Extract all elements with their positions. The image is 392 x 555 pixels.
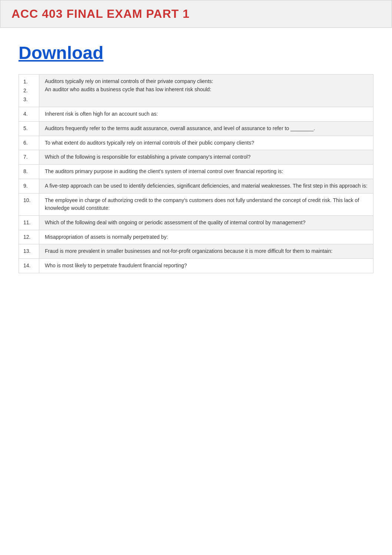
table-row: 6. To what extent do auditors typically … (19, 136, 373, 150)
table-row: 11. Which of the following deal with ong… (19, 215, 373, 230)
question-text: The employee in charge of authorizing cr… (39, 193, 373, 215)
question-text: Fraud is more prevalent in smaller busin… (39, 244, 373, 259)
question-number: 11. (19, 215, 39, 230)
question-number: 13. (19, 244, 39, 259)
question-number: 5. (19, 122, 39, 136)
table-row: 12. Misappropriation of assets is normal… (19, 230, 373, 244)
question-number: 10. (19, 193, 39, 215)
question-text: Auditors typically rely on internal cont… (39, 75, 373, 107)
table-row: 7. Which of the following is responsible… (19, 150, 373, 165)
download-link[interactable]: Download (19, 43, 103, 63)
question-text: Inherent risk is often high for an accou… (39, 107, 373, 122)
question-number: 8. (19, 165, 39, 179)
question-text: Which of the following deal with ongoing… (39, 215, 373, 230)
question-text: Who is most likely to perpetrate fraudul… (39, 258, 373, 273)
page-title: ACC 403 FINAL EXAM PART 1 (11, 7, 381, 21)
title-bar: ACC 403 FINAL EXAM PART 1 (0, 0, 392, 28)
questions-table: 1.2.3. Auditors typically rely on intern… (19, 74, 373, 273)
question-number: 9. (19, 179, 39, 193)
question-text: Misappropriation of assets is normally p… (39, 230, 373, 244)
question-number: 12. (19, 230, 39, 244)
table-row: 13. Fraud is more prevalent in smaller b… (19, 244, 373, 259)
question-number: 6. (19, 136, 39, 150)
question-text: To what extent do auditors typically rel… (39, 136, 373, 150)
question-text: A five-step approach can be used to iden… (39, 179, 373, 193)
question-text: Auditors frequently refer to the terms a… (39, 122, 373, 136)
table-row: 5. Auditors frequently refer to the term… (19, 122, 373, 136)
question-text: Which of the following is responsible fo… (39, 150, 373, 165)
question-number: 7. (19, 150, 39, 165)
table-row: 1.2.3. Auditors typically rely on intern… (19, 75, 373, 107)
question-text: The auditors primary purpose in auditing… (39, 165, 373, 179)
table-row: 4. Inherent risk is often high for an ac… (19, 107, 373, 122)
question-number: 4. (19, 107, 39, 122)
table-row: 8. The auditors primary purpose in audit… (19, 165, 373, 179)
content-area: Download 1.2.3. Auditors typically rely … (0, 39, 392, 284)
question-numbers: 1.2.3. (19, 75, 39, 107)
table-row: 10. The employee in charge of authorizin… (19, 193, 373, 215)
table-row: 9. A five-step approach can be used to i… (19, 179, 373, 193)
question-number: 14. (19, 258, 39, 273)
table-row: 14. Who is most likely to perpetrate fra… (19, 258, 373, 273)
page-container: ACC 403 FINAL EXAM PART 1 Download 1.2.3… (0, 0, 392, 284)
